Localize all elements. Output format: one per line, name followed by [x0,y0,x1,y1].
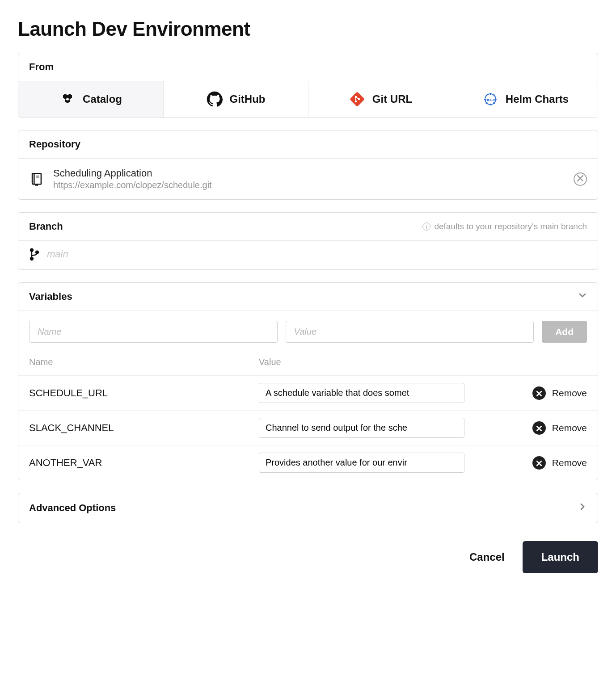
helm-icon: HELM [482,91,498,107]
tab-helm-charts[interactable]: HELM Helm Charts [453,81,598,117]
repository-label: Repository [29,139,80,150]
add-variable-button[interactable]: Add [542,321,587,343]
advanced-options-toggle[interactable]: Advanced Options [18,493,598,523]
branch-header: Branch i defaults to your repository's m… [18,213,598,241]
from-panel: From Catalog GitHub Git URL HELM Helm Ch… [18,53,598,118]
variables-label: Variables [29,291,72,302]
svg-point-7 [30,257,33,260]
variable-name: SLACK_CHANNEL [29,422,259,434]
svg-rect-0 [350,92,365,107]
variable-value-field[interactable] [259,453,464,473]
from-label: From [29,61,54,73]
remove-label: Remove [552,388,587,399]
chevron-right-icon [578,502,587,514]
column-name: Name [29,357,259,367]
close-icon [536,458,542,468]
variables-header[interactable]: Variables [18,283,598,311]
variable-value-field[interactable] [259,383,464,403]
from-tabs: Catalog GitHub Git URL HELM Helm Charts [18,81,598,117]
tab-label: Git URL [372,93,412,105]
info-icon: i [422,223,430,231]
branch-input[interactable] [47,248,587,260]
variable-row: SCHEDULE_URL Remove [18,375,598,410]
tab-label: Helm Charts [506,93,569,105]
page-title: Launch Dev Environment [18,18,598,40]
repository-header: Repository [18,130,598,159]
remove-variable-button[interactable] [532,456,546,470]
launch-button[interactable]: Launch [523,541,598,573]
remove-variable-button[interactable] [532,386,546,400]
footer-actions: Cancel Launch [18,541,598,573]
repository-row: Scheduling Application https://example.c… [18,159,598,199]
repository-url: https://example.com/clopez/schedule.git [53,180,565,190]
close-icon [536,388,542,399]
clear-repository-button[interactable] [574,172,587,186]
repository-icon [29,172,44,187]
advanced-options-panel: Advanced Options [18,493,598,523]
branch-icon [29,248,40,260]
variables-panel: Variables Add Name Value SCHEDULE_URL Re… [18,282,598,480]
github-icon [207,91,223,107]
variable-value-field[interactable] [259,418,464,438]
svg-text:HELM: HELM [485,98,495,102]
branch-label: Branch [29,221,63,232]
variable-value-input[interactable] [286,321,534,343]
branch-panel: Branch i defaults to your repository's m… [18,212,598,270]
tab-git-url[interactable]: Git URL [308,81,453,117]
tab-github[interactable]: GitHub [163,81,308,117]
variable-row: ANOTHER_VAR Remove [18,445,598,480]
close-icon [577,175,583,183]
repository-panel: Repository Scheduling Application https:… [18,130,598,200]
variable-name: ANOTHER_VAR [29,457,259,469]
tab-catalog[interactable]: Catalog [18,81,163,117]
remove-label: Remove [552,423,587,433]
variable-row: SLACK_CHANNEL Remove [18,410,598,445]
chevron-down-icon [578,291,587,302]
cancel-button[interactable]: Cancel [469,551,505,563]
branch-hint: i defaults to your repository's main bra… [422,222,587,231]
column-value: Value [259,357,489,367]
variables-add-row: Add [18,311,598,353]
from-panel-header: From [18,53,598,81]
variable-name: SCHEDULE_URL [29,387,259,399]
variable-name-input[interactable] [29,321,278,343]
close-icon [536,423,542,433]
svg-point-6 [30,249,33,252]
tab-label: Catalog [83,93,122,105]
variables-table-header: Name Value [18,353,598,375]
remove-variable-button[interactable] [532,421,546,435]
branch-hint-text: defaults to your repository's main branc… [434,222,587,231]
catalog-icon [59,91,76,107]
git-icon [349,91,365,107]
remove-label: Remove [552,458,587,468]
tab-label: GitHub [230,93,266,105]
advanced-options-label: Advanced Options [29,502,116,514]
repository-name: Scheduling Application [53,168,565,179]
